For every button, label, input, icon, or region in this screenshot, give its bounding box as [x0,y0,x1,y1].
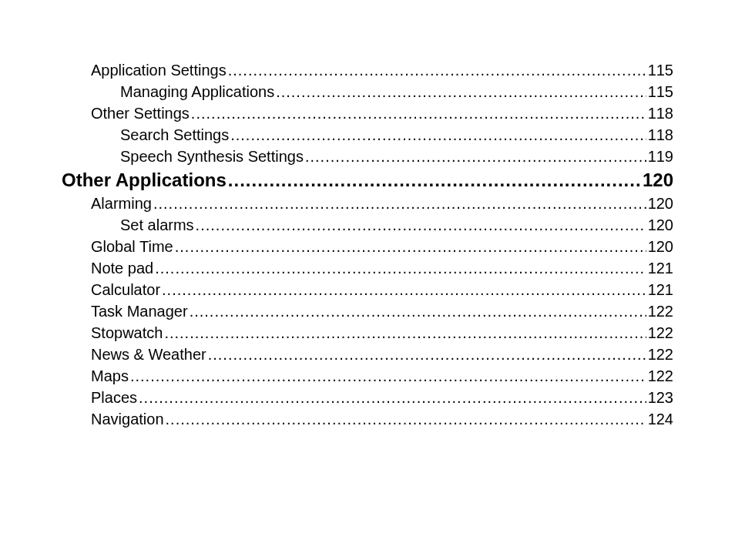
toc-entry[interactable]: Calculator..............................… [62,281,673,299]
toc-label: Stopwatch [91,324,163,342]
toc-label: Maps [91,367,129,385]
toc-label: Managing Applications [120,83,274,101]
toc-dots: ........................................… [191,105,646,122]
toc-entry[interactable]: News & Weather..........................… [62,346,673,364]
toc-dots: ........................................… [228,169,641,191]
toc-page: 119 [648,148,673,166]
toc-page: 120 [648,216,673,234]
toc-label: Set alarms [120,216,194,234]
toc-dots: ........................................… [130,367,646,385]
toc-entry[interactable]: Set alarms..............................… [62,216,673,234]
toc-label: Search Settings [120,126,229,144]
toc-dots: ........................................… [230,126,646,144]
toc-page: 122 [648,346,673,364]
toc-label: Application Settings [91,62,227,79]
toc-entry[interactable]: Other Settings..........................… [62,105,673,122]
toc-label: Task Manager [91,303,188,320]
toc-dots: ........................................… [228,62,646,79]
toc-entry[interactable]: Places..................................… [62,389,673,407]
toc-entry[interactable]: Note pad................................… [62,260,673,277]
toc-page: 120 [648,195,673,213]
toc-page: 115 [648,83,673,101]
toc-dots: ........................................… [190,303,646,320]
toc-entry[interactable]: Alarming................................… [62,195,673,213]
toc-page: 121 [648,281,673,299]
toc-entry[interactable]: Speech Synthesis Settings...............… [62,148,673,166]
toc-entry[interactable]: Managing Applications...................… [62,83,673,101]
toc-dots: ........................................… [196,216,646,234]
toc-dots: ........................................… [305,148,646,166]
toc-label: Alarming [91,195,152,213]
toc-dots: ........................................… [208,346,646,364]
toc-dots: ........................................… [155,260,646,277]
toc-dots: ........................................… [175,238,646,256]
toc-label: Other Applications [62,169,227,191]
toc-dots: ........................................… [166,411,646,428]
toc-page: 118 [648,126,673,144]
toc-entry[interactable]: Application Settings....................… [62,62,673,79]
toc-label: Other Settings [91,105,190,122]
toc-entry[interactable]: Navigation..............................… [62,411,673,428]
toc-entry[interactable]: Maps....................................… [62,367,673,385]
toc-label: News & Weather [91,346,206,364]
toc-page: 122 [648,303,673,320]
toc-entry[interactable]: Search Settings.........................… [62,126,673,144]
toc-dots: ........................................… [162,281,646,299]
toc-entry[interactable]: Task Manager............................… [62,303,673,320]
toc-label: Global Time [91,238,173,256]
toc-label: Note pad [91,260,153,277]
toc-page: 115 [648,62,673,79]
toc-entry[interactable]: Other Applications......................… [62,169,673,191]
toc-page: 123 [648,389,673,407]
toc-page: 124 [648,411,673,428]
toc-page: 122 [648,324,673,342]
toc-page: 120 [643,169,673,191]
toc-dots: ........................................… [153,195,646,213]
toc-page: 120 [648,238,673,256]
toc-dots: ........................................… [164,324,646,342]
toc-dots: ........................................… [276,83,646,101]
toc-page: 122 [648,367,673,385]
table-of-contents: Application Settings....................… [62,62,673,428]
toc-label: Speech Synthesis Settings [120,148,304,166]
toc-page: 121 [648,260,673,277]
toc-label: Places [91,389,137,407]
toc-entry[interactable]: Stopwatch...............................… [62,324,673,342]
toc-dots: ........................................… [139,389,646,407]
toc-entry[interactable]: Global Time.............................… [62,238,673,256]
toc-page: 118 [648,105,673,122]
toc-label: Calculator [91,281,160,299]
toc-label: Navigation [91,411,164,428]
